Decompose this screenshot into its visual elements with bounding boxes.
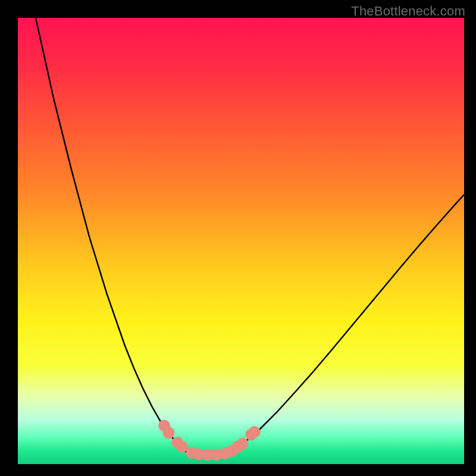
plot-area bbox=[18, 18, 464, 464]
marker-dot bbox=[249, 426, 261, 438]
watermark-text: TheBottleneck.com bbox=[351, 4, 465, 19]
chart-frame: TheBottleneck.com bbox=[0, 0, 476, 476]
marker-dot bbox=[236, 438, 248, 450]
chart-svg bbox=[18, 18, 464, 464]
gradient-background bbox=[18, 18, 464, 464]
marker-dot bbox=[176, 441, 188, 453]
marker-dot bbox=[163, 427, 175, 439]
